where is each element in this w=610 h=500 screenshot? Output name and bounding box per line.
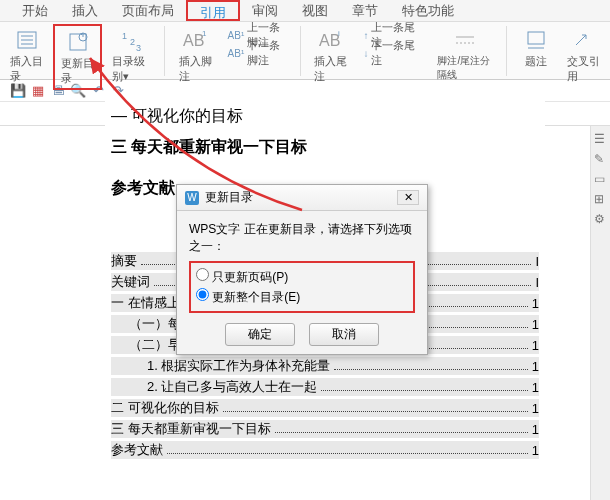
menu-tab-6[interactable]: 章节	[340, 0, 390, 21]
toc-icon	[13, 26, 41, 54]
svg-rect-4	[70, 34, 86, 50]
separator	[300, 26, 301, 76]
caption-icon	[522, 26, 550, 54]
next-footnote-button[interactable]: AB¹下一条脚注	[228, 44, 286, 62]
dialog-close-button[interactable]: ✕	[397, 190, 419, 205]
menu-tab-3[interactable]: 引用	[186, 0, 240, 21]
menu-tab-0[interactable]: 开始	[10, 0, 60, 21]
svg-text:1: 1	[202, 29, 207, 38]
endnote-icon: ABi	[317, 26, 345, 54]
menu-tab-2[interactable]: 页面布局	[110, 0, 186, 21]
separator-label: 脚注/尾注分隔线	[437, 54, 492, 82]
menu-tab-1[interactable]: 插入	[60, 0, 110, 21]
footnote-icon: AB1	[181, 26, 209, 54]
toc-line: 二 可视化你的目标1	[111, 399, 539, 417]
toc-line: 参考文献1	[111, 441, 539, 459]
separator	[506, 26, 507, 76]
radio-update-pages[interactable]: 只更新页码(P)	[196, 268, 408, 286]
insert-toc-button[interactable]: 插入目录	[4, 24, 49, 86]
svg-text:2: 2	[130, 37, 135, 47]
toc-line: 三 每天都重新审视一下目标1	[111, 420, 539, 438]
vt-icon[interactable]: ▭	[594, 172, 608, 186]
insert-footnote-button[interactable]: AB1 插入脚注	[173, 24, 218, 86]
separator-icon	[451, 26, 479, 54]
vt-icon[interactable]: ☰	[594, 132, 608, 146]
separator	[164, 26, 165, 76]
caption-button[interactable]: 题注	[515, 24, 557, 71]
menu-tab-7[interactable]: 特色功能	[390, 0, 466, 21]
dialog-titlebar[interactable]: W 更新目录 ✕	[177, 185, 427, 211]
crossref-button[interactable]: 交叉引用	[561, 24, 606, 86]
ribbon: 插入目录 更新目录 123 目录级别▾ AB1 插入脚注 AB¹上一条脚注 AB…	[0, 22, 610, 80]
update-toc-label: 更新目录	[61, 56, 94, 86]
update-icon	[64, 28, 92, 56]
crossref-icon	[569, 26, 597, 54]
insert-toc-label: 插入目录	[10, 54, 43, 84]
update-toc-button[interactable]: 更新目录	[53, 24, 102, 90]
menu-bar: 开始插入页面布局引用审阅视图章节特色功能	[0, 0, 610, 22]
dialog-title: 更新目录	[205, 189, 253, 206]
insert-footnote-label: 插入脚注	[179, 54, 212, 84]
toc-level-button[interactable]: 123 目录级别▾	[106, 24, 156, 86]
separator-button[interactable]: 脚注/尾注分隔线	[431, 24, 498, 84]
vt-icon[interactable]: ⊞	[594, 192, 608, 206]
vertical-toolbar: ☰ ✎ ▭ ⊞ ⚙	[590, 126, 610, 500]
level-icon: 123	[117, 26, 145, 54]
doc-line: — 可视化你的目标	[111, 106, 539, 127]
wps-icon: W	[185, 191, 199, 205]
toc-line: 1. 根据实际工作为身体补充能量1	[111, 357, 539, 375]
insert-endnote-label: 插入尾注	[314, 54, 347, 84]
vt-icon[interactable]: ✎	[594, 152, 608, 166]
next-endnote-button[interactable]: ↓下一条尾注	[363, 44, 421, 62]
menu-tab-5[interactable]: 视图	[290, 0, 340, 21]
caption-label: 题注	[525, 54, 547, 69]
update-toc-dialog: W 更新目录 ✕ WPS文字 正在更新目录，请选择下列选项之一： 只更新页码(P…	[176, 184, 428, 355]
endnote-nav: ↑上一条尾注 ↓下一条尾注	[357, 24, 427, 64]
svg-text:1: 1	[122, 31, 127, 41]
toc-line: 2. 让自己多与高效人士在一起1	[111, 378, 539, 396]
dialog-message: WPS文字 正在更新目录，请选择下列选项之一：	[189, 221, 415, 255]
svg-rect-15	[528, 32, 544, 44]
footnote-nav: AB¹上一条脚注 AB¹下一条脚注	[222, 24, 292, 64]
svg-text:i: i	[338, 29, 340, 38]
doc-heading: 三 每天都重新审视一下目标	[111, 137, 539, 158]
vt-icon[interactable]: ⚙	[594, 212, 608, 226]
menu-tab-4[interactable]: 审阅	[240, 0, 290, 21]
crossref-label: 交叉引用	[567, 54, 600, 84]
svg-text:3: 3	[136, 43, 141, 51]
toc-level-label: 目录级别▾	[112, 54, 150, 84]
cancel-button[interactable]: 取消	[309, 323, 379, 346]
radio-update-all[interactable]: 更新整个目录(E)	[196, 288, 408, 306]
ok-button[interactable]: 确定	[225, 323, 295, 346]
insert-endnote-button[interactable]: ABi 插入尾注	[308, 24, 353, 86]
